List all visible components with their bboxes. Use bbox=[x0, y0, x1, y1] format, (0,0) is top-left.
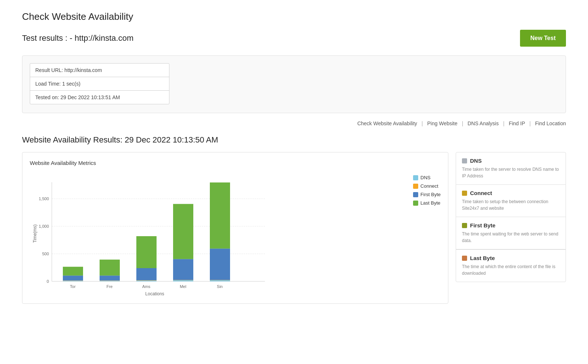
legend-dns: DNS bbox=[413, 175, 441, 180]
metric-lastbyte-color bbox=[462, 256, 467, 261]
metrics-panel: DNS Time taken for the server to resolve… bbox=[456, 152, 566, 282]
metric-dns-label: DNS bbox=[470, 158, 482, 164]
svg-text:Sin: Sin bbox=[217, 284, 223, 289]
tor-connect-bar bbox=[63, 281, 83, 281]
metric-connect-desc: Time taken to setup the between connecti… bbox=[462, 198, 560, 212]
legend-dns-color bbox=[413, 175, 418, 180]
metric-dns-header: DNS bbox=[462, 158, 560, 164]
sin-lastbyte-bar bbox=[210, 183, 230, 249]
mel-dns-bar bbox=[173, 280, 193, 281]
nav-dns-analysis[interactable]: DNS Analysis bbox=[467, 120, 499, 126]
ams-dns-bar bbox=[136, 281, 157, 281]
metric-connect-header: Connect bbox=[462, 190, 560, 196]
mel-firstbyte-bar bbox=[173, 259, 193, 280]
nav-check-availability[interactable]: Check Website Availability bbox=[357, 120, 417, 126]
legend-connect: Connect bbox=[413, 183, 441, 189]
metric-connect-card: Connect Time taken to setup the between … bbox=[456, 185, 566, 217]
metric-firstbyte-desc: The time spent waiting for the web serve… bbox=[462, 231, 560, 244]
fre-dns-bar bbox=[100, 281, 120, 282]
test-results-header: Test results : - http://kinsta.com New T… bbox=[22, 30, 566, 47]
chart-title: Website Availability Metrics bbox=[30, 160, 441, 166]
chart-legend: DNS Connect First Byte Last Byte bbox=[413, 171, 441, 206]
metric-firstbyte-label: First Byte bbox=[470, 222, 495, 228]
tor-firstbyte-bar bbox=[63, 275, 83, 281]
svg-text:1,500: 1,500 bbox=[39, 197, 49, 201]
legend-dns-label: DNS bbox=[420, 175, 430, 180]
mel-connect-bar bbox=[173, 280, 193, 280]
metric-lastbyte-label: Last Byte bbox=[470, 255, 495, 261]
metric-connect-label: Connect bbox=[470, 190, 492, 196]
nav-sep-2: | bbox=[462, 120, 463, 126]
metric-firstbyte-color bbox=[462, 223, 467, 228]
metric-firstbyte-card: First Byte The time spent waiting for th… bbox=[456, 217, 566, 249]
metric-lastbyte-desc: The time at which the entire content of … bbox=[462, 263, 560, 277]
availability-title: Website Availability Results: 29 Dec 202… bbox=[22, 135, 566, 145]
metric-lastbyte-header: Last Byte bbox=[462, 255, 560, 261]
legend-first-byte: First Byte bbox=[413, 192, 441, 197]
legend-firstbyte-color bbox=[413, 192, 418, 197]
page-title: Check Website Availability bbox=[22, 11, 566, 22]
svg-text:Locations: Locations bbox=[145, 291, 164, 296]
nav-sep-1: | bbox=[422, 120, 423, 126]
legend-last-byte: Last Byte bbox=[413, 200, 441, 206]
tor-dns-bar bbox=[63, 281, 83, 282]
metric-firstbyte-header: First Byte bbox=[462, 222, 560, 228]
new-test-button[interactable]: New Test bbox=[520, 30, 566, 47]
legend-connect-color bbox=[413, 184, 418, 189]
chart-section: Website Availability Metrics Time(ms) bbox=[22, 152, 566, 304]
test-results-title: Test results : - http://kinsta.com bbox=[22, 33, 133, 43]
ams-firstbyte-bar bbox=[136, 268, 157, 280]
mel-lastbyte-bar bbox=[173, 204, 193, 259]
legend-firstbyte-label: First Byte bbox=[420, 192, 441, 197]
svg-text:Tor: Tor bbox=[70, 284, 76, 289]
legend-lastbyte-color bbox=[413, 201, 418, 206]
svg-text:0: 0 bbox=[47, 279, 49, 284]
metric-dns-color bbox=[462, 158, 467, 163]
metric-dns-card: DNS Time taken for the server to resolve… bbox=[456, 152, 566, 185]
svg-text:Mel: Mel bbox=[180, 284, 186, 289]
result-info-wrapper: Result URL: http://kinsta.com Load Time:… bbox=[22, 55, 566, 113]
sin-firstbyte-bar bbox=[210, 249, 230, 280]
nav-sep-4: | bbox=[529, 120, 531, 126]
load-time-row: Load Time: 1 sec(s) bbox=[30, 77, 169, 91]
nav-find-ip[interactable]: Find IP bbox=[509, 120, 525, 126]
chart-graph: Time(ms) 0 500 1,000 bbox=[30, 171, 407, 296]
svg-text:Fre: Fre bbox=[107, 284, 113, 289]
nav-links: Check Website Availability | Ping Websit… bbox=[22, 120, 566, 126]
nav-sep-3: | bbox=[503, 120, 505, 126]
tested-on-row: Tested on: 29 Dec 2022 10:13:51 AM bbox=[30, 91, 169, 104]
chart-container: Website Availability Metrics Time(ms) bbox=[22, 152, 448, 304]
svg-text:1,000: 1,000 bbox=[39, 224, 49, 228]
legend-connect-label: Connect bbox=[420, 183, 438, 189]
metric-dns-desc: Time taken for the server to resolve DNS… bbox=[462, 166, 560, 179]
chart-area: Time(ms) 0 500 1,000 bbox=[30, 171, 441, 296]
tor-lastbyte-bar bbox=[63, 267, 83, 275]
ams-connect-bar bbox=[136, 280, 157, 281]
nav-find-location[interactable]: Find Location bbox=[535, 120, 566, 126]
svg-text:Ams: Ams bbox=[142, 284, 151, 289]
bar-chart-svg: Time(ms) 0 500 1,000 bbox=[30, 171, 280, 296]
sin-connect-bar bbox=[210, 280, 230, 280]
result-info-table: Result URL: http://kinsta.com Load Time:… bbox=[30, 63, 169, 104]
result-url-row: Result URL: http://kinsta.com bbox=[30, 64, 169, 77]
metric-lastbyte-card: Last Byte The time at which the entire c… bbox=[456, 249, 566, 282]
ams-lastbyte-bar bbox=[136, 236, 157, 268]
sin-dns-bar bbox=[210, 280, 230, 281]
nav-ping-website[interactable]: Ping Website bbox=[427, 120, 458, 126]
svg-text:Time(ms): Time(ms) bbox=[32, 224, 37, 243]
fre-firstbyte-bar bbox=[100, 275, 120, 281]
legend-lastbyte-label: Last Byte bbox=[420, 200, 440, 206]
fre-lastbyte-bar bbox=[100, 260, 120, 276]
svg-text:500: 500 bbox=[42, 252, 49, 256]
fre-connect-bar bbox=[100, 281, 120, 281]
metric-connect-color bbox=[462, 191, 467, 196]
